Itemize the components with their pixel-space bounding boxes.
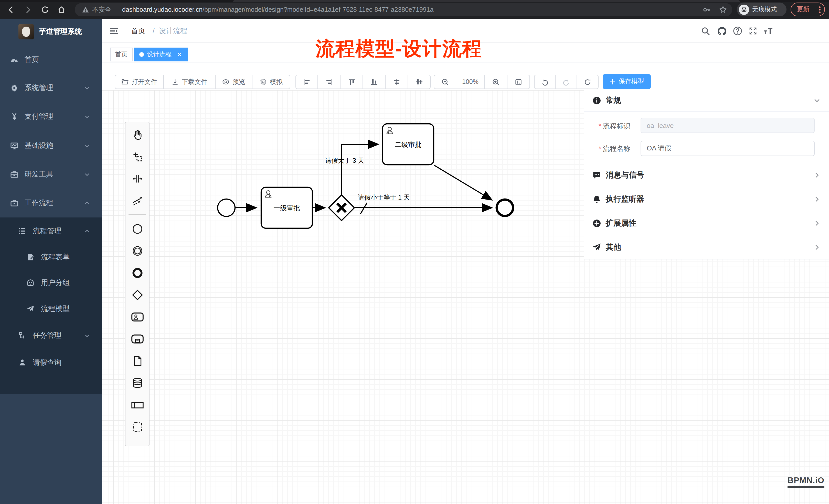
cpu-icon <box>260 78 267 85</box>
incognito-badge[interactable]: 无痕模式 <box>737 3 787 16</box>
flow-label[interactable]: 请假大于 3 天 <box>325 157 364 164</box>
sidebar-item-label: 基础设施 <box>25 141 53 150</box>
key-icon[interactable] <box>702 6 711 14</box>
sidebar-item-infra[interactable]: 基础设施 <box>0 134 102 157</box>
exclusive-gateway-node[interactable] <box>329 195 354 221</box>
breadcrumb-home[interactable]: 首页 <box>131 27 145 36</box>
sidebar-item-process-mgmt[interactable]: 流程管理 <box>0 220 102 242</box>
zoom-level[interactable]: 100% <box>456 75 485 89</box>
tab-home[interactable]: 首页 <box>110 48 133 62</box>
sidebar-item-workflow[interactable]: 工作流程 <box>0 192 102 215</box>
more-vertical-icon[interactable] <box>819 5 821 13</box>
download-icon <box>172 78 179 85</box>
sidebar-item-process-model[interactable]: 流程模型 <box>0 298 102 320</box>
section-execution-listeners[interactable]: 执行监听器 <box>584 187 829 211</box>
align-bottom-icon[interactable] <box>363 75 386 89</box>
reset-zoom-icon[interactable] <box>507 75 530 89</box>
security-label[interactable]: 不安全 <box>92 5 111 14</box>
restart-icon[interactable] <box>577 75 599 89</box>
gear-icon <box>10 84 19 92</box>
search-icon[interactable] <box>698 19 713 43</box>
sidebar-item-task-mgmt[interactable]: 任务管理 <box>0 324 102 347</box>
breadcrumb-current: 设计流程 <box>159 27 187 36</box>
forward-icon[interactable] <box>22 3 35 16</box>
align-center-horizontal-icon[interactable] <box>386 75 408 89</box>
flow-label[interactable]: 请假小于等于 1 天 <box>358 194 410 201</box>
browser-active-tab[interactable] <box>233 0 740 2</box>
section-general[interactable]: 常规 <box>584 90 829 111</box>
section-extended-properties[interactable]: 扩展属性 <box>584 211 829 235</box>
chevron-up-icon <box>84 200 90 206</box>
simulate-button[interactable]: 模拟 <box>252 75 290 89</box>
sidebar-item-process-form[interactable]: 流程表单 <box>0 246 102 269</box>
align-center-vertical-icon[interactable] <box>408 75 431 89</box>
zoom-in-icon[interactable] <box>485 75 507 89</box>
start-event-node[interactable] <box>218 199 235 217</box>
briefcase-icon <box>10 199 19 207</box>
user-task-node-1[interactable]: 一级审批 <box>261 187 312 228</box>
sidebar-item-payment[interactable]: 支付管理 <box>0 105 102 128</box>
message-icon <box>592 171 601 179</box>
dashboard-icon <box>10 56 19 64</box>
github-icon[interactable] <box>714 19 730 43</box>
chevron-down-icon <box>84 333 90 339</box>
chevron-right-icon <box>814 196 820 202</box>
end-event-node[interactable] <box>497 200 513 216</box>
warning-triangle-icon[interactable] <box>82 6 89 13</box>
preview-button[interactable]: 预览 <box>216 75 252 89</box>
chevron-down-icon <box>814 97 820 104</box>
section-other[interactable]: 其他 <box>584 235 829 259</box>
required-star: * <box>599 145 602 153</box>
sidebar-item-devtools[interactable]: 研发工具 <box>0 163 102 186</box>
history-button-group <box>534 75 599 89</box>
align-left-icon[interactable] <box>295 75 318 89</box>
redo-icon[interactable] <box>555 75 577 89</box>
align-top-icon[interactable] <box>340 75 363 89</box>
general-form: *流程标识 *流程名称 <box>584 111 829 163</box>
align-right-icon[interactable] <box>318 75 340 89</box>
tab-design-process[interactable]: 设计流程 <box>134 48 188 62</box>
hamburger-icon[interactable] <box>106 19 121 43</box>
sidebar-item-home[interactable]: 首页 <box>0 49 102 71</box>
font-size-icon[interactable] <box>760 19 776 43</box>
section-title: 执行监听器 <box>606 194 644 204</box>
properties-panel: 常规 *流程标识 *流程名称 消息与信号 执行监听器 <box>584 90 829 504</box>
chevron-right-icon <box>814 172 820 178</box>
chevron-down-icon <box>84 143 90 149</box>
section-title: 其他 <box>606 242 621 252</box>
sidebar-logo[interactable]: 芋道管理系统 <box>0 19 102 44</box>
undo-icon[interactable] <box>534 75 555 89</box>
user-task-node-2[interactable]: 二级审批 <box>383 124 434 165</box>
process-name-input[interactable] <box>641 141 815 156</box>
sidebar-item-user-group[interactable]: 用户分组 <box>0 272 102 294</box>
process-key-input[interactable] <box>641 118 815 133</box>
sidebar-item-leave-query[interactable]: 请假查询 <box>0 351 102 374</box>
sidebar-item-label: 用户分组 <box>41 278 70 287</box>
close-icon[interactable] <box>176 51 183 58</box>
flow-gateway-to-task2[interactable] <box>341 144 379 195</box>
flow-task2-to-end[interactable] <box>434 165 492 200</box>
logo-image <box>19 24 34 39</box>
open-file-button[interactable]: 打开文件 <box>115 75 164 89</box>
fullscreen-icon[interactable] <box>745 19 760 43</box>
section-title: 扩展属性 <box>606 218 637 228</box>
url-text[interactable]: dashboard.yudao.iocoder.cn/bpm/manager/m… <box>122 6 433 13</box>
required-star: * <box>599 122 602 130</box>
zoom-out-icon[interactable] <box>434 75 456 89</box>
home-icon[interactable] <box>55 3 68 16</box>
field-label: *流程名称 <box>599 144 630 154</box>
reload-icon[interactable] <box>38 3 52 16</box>
plus-circle-icon <box>592 219 601 227</box>
question-icon[interactable] <box>730 19 745 43</box>
folder-open-icon <box>121 78 129 85</box>
back-icon[interactable] <box>4 3 17 16</box>
save-label: 保存模型 <box>618 77 644 86</box>
chevron-right-icon <box>814 220 820 226</box>
save-model-button[interactable]: 保存模型 <box>603 74 651 89</box>
sidebar-item-system[interactable]: 系统管理 <box>0 77 102 99</box>
url-bar[interactable]: 不安全 dashboard.yudao.iocoder.cn/bpm/manag… <box>75 3 732 16</box>
star-icon[interactable] <box>719 6 727 14</box>
browser-update-button[interactable]: 更新 <box>791 3 825 16</box>
section-messages[interactable]: 消息与信号 <box>584 163 829 187</box>
download-file-button[interactable]: 下载文件 <box>164 75 216 89</box>
